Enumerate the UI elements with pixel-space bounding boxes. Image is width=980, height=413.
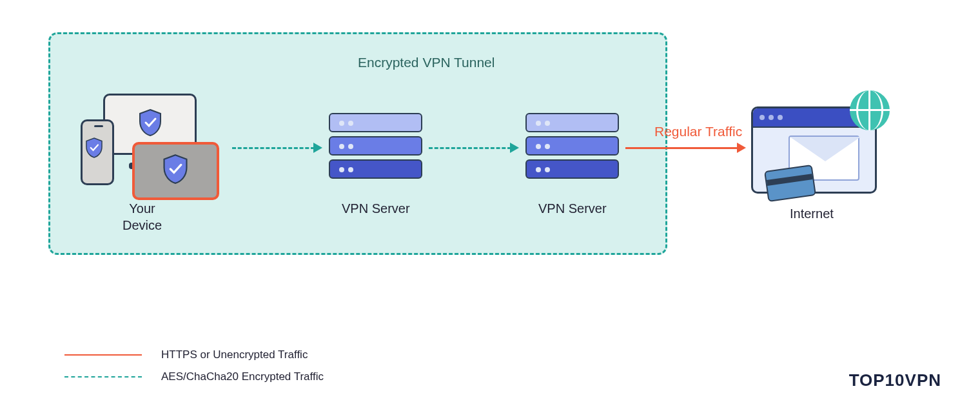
internet-label: Internet [790,205,834,222]
legend-line-dashed-icon [64,376,142,378]
server-row [329,113,422,132]
internet-icon [751,106,877,194]
server-row [525,136,619,156]
server-row [525,113,619,132]
shield-icon [137,108,163,137]
arrow-head-icon [737,143,746,153]
server2-label: VPN Server [538,200,607,217]
legend-row: HTTPS or Unencrypted Traffic [64,348,324,361]
server-row [329,136,422,156]
encrypted-arrow [429,147,511,149]
legend: HTTPS or Unencrypted Traffic AES/ChaCha2… [64,348,324,392]
server-row [329,159,422,179]
logo-text: TOP10VPN [849,370,941,390]
server-row [525,159,619,179]
shield-icon [161,154,190,185]
shield-icon [84,137,104,159]
server1-label: VPN Server [342,200,410,217]
credit-card-icon [764,165,816,202]
server-icon [329,113,422,181]
arrow-head-icon [313,143,322,153]
device-group-icon [74,90,229,194]
regular-traffic-label: Regular Traffic [654,124,742,139]
browser-dots-icon [760,115,783,120]
legend-label: AES/ChaCha20 Encrypted Traffic [161,370,324,383]
globe-icon [850,90,890,130]
legend-line-solid-icon [64,354,142,356]
arrow-head-icon [510,143,519,153]
tunnel-title: Encrypted VPN Tunnel [358,55,495,70]
legend-label: HTTPS or Unencrypted Traffic [161,348,308,361]
brand-logo: TOP10VPN [849,370,941,390]
regular-arrow [625,147,738,149]
encrypted-arrow [232,147,315,149]
server-icon [525,113,619,181]
device-label: Your Device [122,200,162,234]
legend-row: AES/ChaCha20 Encrypted Traffic [64,370,324,383]
